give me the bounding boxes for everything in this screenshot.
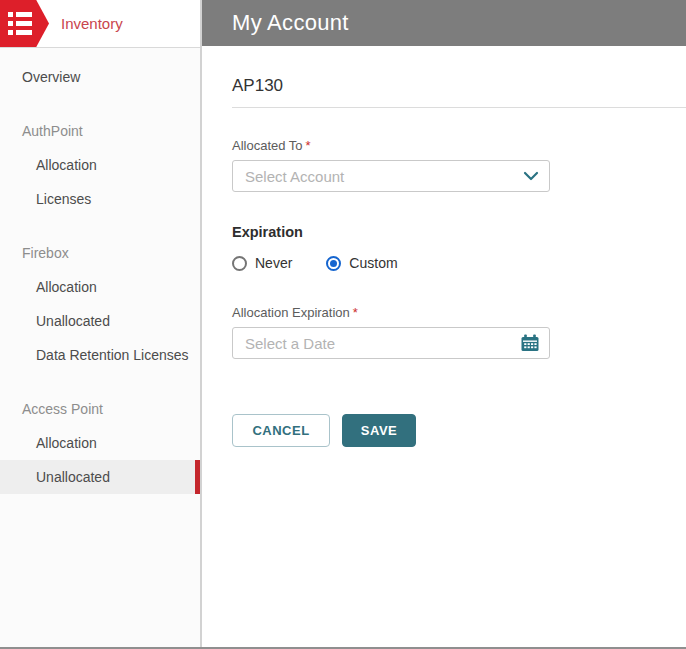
allocated-to-select[interactable] [232,160,550,192]
radio-option-custom[interactable]: Custom [326,255,397,271]
save-button[interactable]: SAVE [342,414,416,447]
radio-custom-label: Custom [349,255,397,271]
allocation-expiration-label: Allocation Expiration* [232,305,550,320]
sidebar-item-authpoint-licenses[interactable]: Licenses [0,182,200,216]
sidebar-nav: Overview AuthPoint Allocation Licenses F… [0,48,200,494]
menu-list-icon [8,12,32,35]
calendar-icon[interactable] [521,334,539,352]
sidebar-item-firebox-data-retention-licenses[interactable]: Data Retention Licenses [0,338,200,372]
allocated-to-label-text: Allocated To [232,138,303,153]
form-actions: CANCEL SAVE [232,414,550,447]
sidebar-item-access-point-unallocated[interactable]: Unallocated [0,460,200,494]
radio-option-never[interactable]: Never [232,255,292,271]
sidebar-item-firebox-unallocated[interactable]: Unallocated [0,304,200,338]
main-panel: My Account AP130 Allocated To* Expiratio… [202,0,686,647]
sidebar-item-label: Unallocated [36,469,110,485]
date-input[interactable] [245,335,521,352]
device-name-field[interactable]: AP130 [232,76,686,108]
sidebar-header: Inventory [0,0,200,48]
sidebar-item-access-point-allocation[interactable]: Allocation [0,426,200,460]
inventory-pennant-badge[interactable] [0,0,49,47]
sidebar-group-authpoint: AuthPoint [0,114,200,148]
chevron-down-icon[interactable] [523,171,539,181]
sidebar: Inventory Overview AuthPoint Allocation … [0,0,202,647]
sidebar-item-authpoint-allocation[interactable]: Allocation [0,148,200,182]
main-content: AP130 Allocated To* Expiration Never [202,46,686,447]
expiration-radio-group: Never Custom [232,255,550,271]
allocation-expiration-date-field[interactable] [232,327,550,359]
sidebar-title: Inventory [61,15,123,32]
sidebar-item-firebox-allocation[interactable]: Allocation [0,270,200,304]
radio-custom-icon[interactable] [326,256,341,271]
radio-never-icon[interactable] [232,256,247,271]
allocated-to-label: Allocated To* [232,138,550,153]
cancel-button[interactable]: CANCEL [232,414,330,447]
radio-never-label: Never [255,255,292,271]
sidebar-item-overview[interactable]: Overview [0,60,200,94]
app-window: Inventory Overview AuthPoint Allocation … [0,0,686,649]
sidebar-group-firebox: Firebox [0,236,200,270]
main-header: My Account [202,0,686,46]
allocated-to-select-input[interactable] [245,168,523,185]
required-asterisk: * [306,138,311,153]
required-asterisk: * [353,305,358,320]
allocation-expiration-label-text: Allocation Expiration [232,305,350,320]
expiration-heading: Expiration [232,224,550,240]
active-item-indicator [195,460,200,494]
page-title: My Account [232,10,349,36]
allocation-form: Allocated To* Expiration Never [232,138,550,447]
sidebar-group-access-point: Access Point [0,392,200,426]
